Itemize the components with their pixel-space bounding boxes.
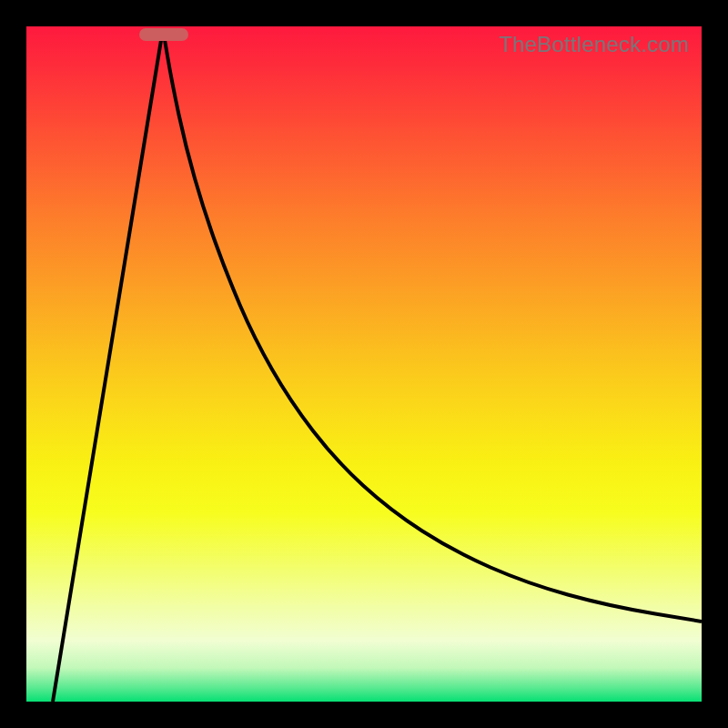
chart-frame: TheBottleneck.com <box>0 0 728 728</box>
left-line <box>53 29 163 702</box>
bottleneck-marker <box>139 28 188 41</box>
right-curve <box>163 29 702 622</box>
plot-area: TheBottleneck.com <box>26 26 702 702</box>
curve-layer <box>26 26 702 702</box>
